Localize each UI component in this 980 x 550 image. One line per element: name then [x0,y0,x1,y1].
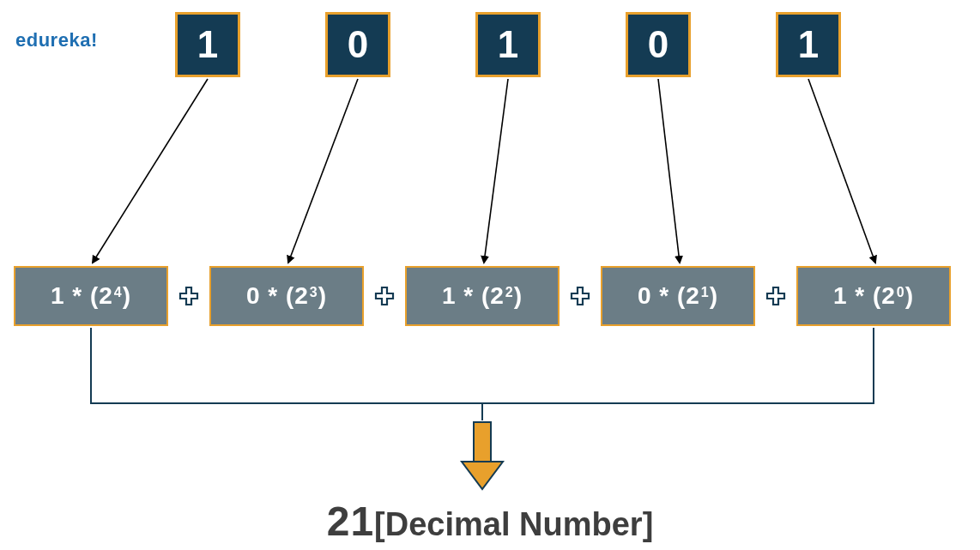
bit-box-3: 0 [325,12,390,77]
bit-box-2: 1 [475,12,541,77]
term-exp: 1 [701,285,710,300]
term-box-2: 1 * (22) [405,266,560,326]
term-exp: 4 [114,285,123,300]
bit-box-4: 1 [175,12,240,77]
term-coef: 0 [638,282,652,310]
svg-line-3 [658,79,680,263]
result-value: 21 [327,499,374,544]
plus-icon [374,286,395,306]
plus-icon [570,286,590,306]
result-label: [Decimal Number] [374,506,653,542]
svg-line-4 [808,79,875,263]
svg-line-0 [93,79,208,263]
term-exp: 2 [505,285,514,300]
plus-icon [178,286,199,306]
term-box-0: 1 * (20) [796,266,951,326]
term-coef: 1 [833,282,848,310]
term-exp: 0 [897,285,905,300]
svg-line-2 [484,79,508,263]
term-coef: 1 [51,282,65,310]
svg-line-1 [288,79,358,263]
term-coef: 1 [442,282,457,310]
result-row: 21[Decimal Number] [0,498,980,545]
term-box-4: 1 * (24) [14,266,168,326]
bit-box-1: 0 [626,12,691,77]
bit-box-0: 1 [776,12,841,77]
term-box-3: 0 * (23) [209,266,364,326]
term-coef: 0 [246,282,261,310]
down-arrow-icon [462,422,503,489]
term-box-1: 0 * (21) [601,266,755,326]
plus-icon [765,286,786,306]
term-exp: 3 [310,285,318,300]
brand-logo: edureka! [15,29,98,51]
svg-rect-6 [474,422,491,462]
